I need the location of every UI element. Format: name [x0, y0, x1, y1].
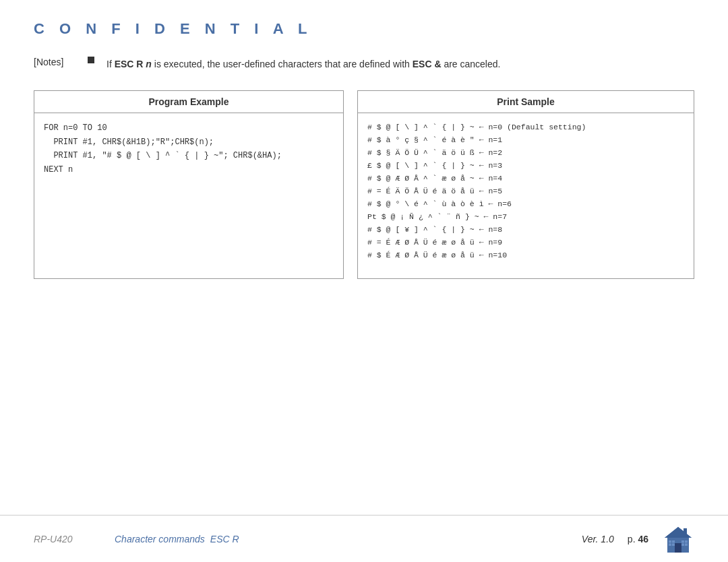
esc-r-bold: ESC R n — [115, 59, 152, 69]
footer-model: RP-U420 — [34, 534, 115, 544]
print-line-9: # = É Æ Ø Å Ü é æ ø å ü ← n=9 — [367, 237, 684, 249]
notes-content: If ESC R n is executed, the user-defined… — [88, 57, 500, 71]
confidential-header: C O N F I D E N T I A L — [34, 20, 694, 38]
page-footer: RP-U420 Character commands ESC R Ver. 1.… — [0, 515, 728, 562]
print-line-7: Pt $ @ ¡ Ñ ¿ ^ ` ¨ ñ } ~ ← n=7 — [367, 211, 684, 224]
footer-nav: Character commands ESC R — [115, 534, 239, 544]
svg-rect-2 — [675, 543, 681, 553]
program-example-table: Program Example FOR n=0 TO 10 PRINT #1, … — [34, 90, 344, 279]
bullet-icon — [88, 57, 94, 63]
footer-page: p. 46 — [628, 534, 648, 544]
footer-section: Character commands — [115, 534, 205, 544]
code-line-4: NEXT n — [44, 163, 334, 177]
print-line-1: # $ à ° ç § ^ ` é à è " ← n=1 — [367, 134, 684, 147]
footer-right: Ver. 1.0 p. 46 — [582, 523, 694, 555]
print-sample-table: Print Sample # $ @ [ \ ] ^ ` { | } ~ ← n… — [357, 90, 694, 279]
page-number: 46 — [638, 534, 648, 544]
notes-section: [Notes] If ESC R n is executed, the user… — [34, 57, 694, 71]
svg-rect-9 — [684, 528, 687, 535]
notes-label: [Notes] — [34, 57, 88, 67]
code-line-2: PRINT #1, CHR$(&H1B);"R";CHR$(n); — [44, 135, 334, 149]
print-line-4: # $ @ Æ Ø Å ^ ` æ ø å ~ ← n=4 — [367, 173, 684, 185]
notes-text: If ESC R n is executed, the user-defined… — [107, 57, 500, 71]
code-line-3: PRINT #1, "# $ @ [ \ ] ^ ` { | } ~"; CHR… — [44, 149, 334, 162]
print-line-10: # $ É Æ Ø Å Ü é æ ø å ü ← n=10 — [367, 249, 684, 262]
print-line-5: # = É Ä Ö Å Ü é ä ö å ü ← n=5 — [367, 185, 684, 198]
print-line-0: # $ @ [ \ ] ^ ` { | } ~ ← n=0 (Default s… — [367, 121, 684, 134]
house-icon — [662, 523, 694, 555]
program-example-code: FOR n=0 TO 10 PRINT #1, CHR$(&H1B);"R";C… — [34, 113, 343, 185]
print-line-8: # $ @ [ ¥ ] ^ ` { | } ~ ← n=8 — [367, 224, 684, 237]
svg-marker-1 — [665, 527, 692, 538]
footer-version: Ver. 1.0 — [582, 534, 614, 544]
tables-row: Program Example FOR n=0 TO 10 PRINT #1, … — [34, 90, 694, 279]
footer-command: ESC R — [210, 534, 239, 544]
print-sample-body: # $ @ [ \ ] ^ ` { | } ~ ← n=0 (Default s… — [358, 113, 694, 270]
print-sample-title: Print Sample — [358, 91, 694, 113]
print-line-6: # $ @ ° \ é ^ ` ù à ò è ì ← n=6 — [367, 198, 684, 211]
print-line-3: £ $ @ [ \ ] ^ ` { | } ~ ← n=3 — [367, 160, 684, 173]
esc-amp-bold: ESC & — [413, 59, 442, 69]
program-example-title: Program Example — [34, 91, 343, 113]
page-label: p. — [628, 534, 636, 544]
print-line-2: # $ § Ä Ö Ü ^ ` ä ö ü ß ← n=2 — [367, 147, 684, 160]
code-line-1: FOR n=0 TO 10 — [44, 121, 334, 135]
